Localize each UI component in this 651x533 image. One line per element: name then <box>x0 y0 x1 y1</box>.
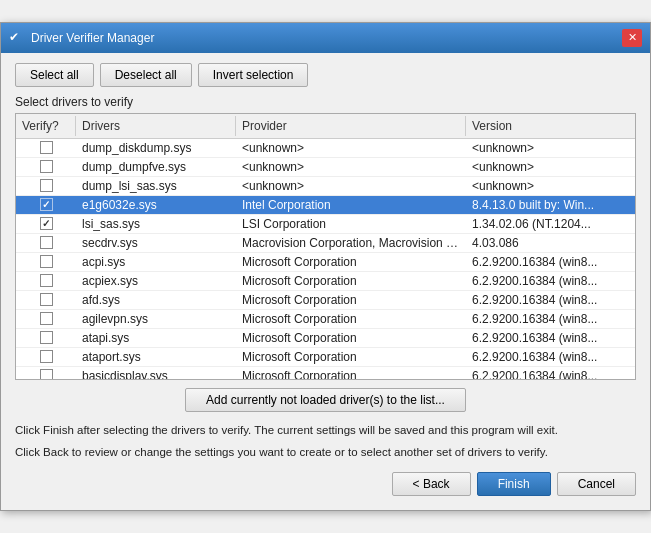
provider-cell: Microsoft Corporation <box>236 291 466 309</box>
checkbox[interactable] <box>40 160 53 173</box>
table-row[interactable]: dump_lsi_sas.sys<unknown><unknown> <box>16 177 635 196</box>
checkbox[interactable] <box>40 236 53 249</box>
checkbox[interactable] <box>40 217 53 230</box>
version-cell: 6.2.9200.16384 (win8... <box>466 310 635 328</box>
table-row[interactable]: dump_diskdump.sys<unknown><unknown> <box>16 139 635 158</box>
driver-name-cell: ataport.sys <box>76 348 236 366</box>
check-cell[interactable] <box>16 234 76 251</box>
version-cell: 6.2.9200.16384 (win8... <box>466 348 635 366</box>
provider-cell: Microsoft Corporation <box>236 253 466 271</box>
driver-name-cell: agilevpn.sys <box>76 310 236 328</box>
version-cell: 6.2.9200.16384 (win8... <box>466 253 635 271</box>
provider-cell: <unknown> <box>236 139 466 157</box>
invert-selection-button[interactable]: Invert selection <box>198 63 309 87</box>
check-cell[interactable] <box>16 348 76 365</box>
titlebar-left: ✔ Driver Verifier Manager <box>9 30 154 46</box>
checkbox[interactable] <box>40 141 53 154</box>
driver-name-cell: e1g6032e.sys <box>76 196 236 214</box>
checkbox[interactable] <box>40 312 53 325</box>
cancel-button[interactable]: Cancel <box>557 472 636 496</box>
checkbox[interactable] <box>40 179 53 192</box>
version-cell: 8.4.13.0 built by: Win... <box>466 196 635 214</box>
version-cell: <unknown> <box>466 139 635 157</box>
check-cell[interactable] <box>16 291 76 308</box>
provider-cell: Microsoft Corporation <box>236 310 466 328</box>
checkbox[interactable] <box>40 198 53 211</box>
version-cell: 6.2.9200.16384 (win8... <box>466 329 635 347</box>
toolbar-button-row: Select all Deselect all Invert selection <box>15 63 636 87</box>
driver-name-cell: lsi_sas.sys <box>76 215 236 233</box>
main-window: ✔ Driver Verifier Manager ✕ Select all D… <box>0 22 651 511</box>
version-cell: 1.34.02.06 (NT.1204... <box>466 215 635 233</box>
table-row[interactable]: acpiex.sysMicrosoft Corporation6.2.9200.… <box>16 272 635 291</box>
header-verify: Verify? <box>16 116 76 136</box>
back-button[interactable]: < Back <box>392 472 471 496</box>
header-version: Version <box>466 116 635 136</box>
provider-cell: Microsoft Corporation <box>236 329 466 347</box>
driver-name-cell: acpi.sys <box>76 253 236 271</box>
table-row[interactable]: acpi.sysMicrosoft Corporation6.2.9200.16… <box>16 253 635 272</box>
deselect-all-button[interactable]: Deselect all <box>100 63 192 87</box>
check-cell[interactable] <box>16 310 76 327</box>
table-row[interactable]: dump_dumpfve.sys<unknown><unknown> <box>16 158 635 177</box>
info-line1: Click Finish after selecting the drivers… <box>15 422 636 438</box>
table-header: Verify? Drivers Provider Version <box>16 114 635 139</box>
check-cell[interactable] <box>16 253 76 270</box>
check-cell[interactable] <box>16 158 76 175</box>
table-row[interactable]: agilevpn.sysMicrosoft Corporation6.2.920… <box>16 310 635 329</box>
provider-cell: Microsoft Corporation <box>236 272 466 290</box>
driver-name-cell: secdrv.sys <box>76 234 236 252</box>
table-row[interactable]: e1g6032e.sysIntel Corporation8.4.13.0 bu… <box>16 196 635 215</box>
check-cell[interactable] <box>16 272 76 289</box>
driver-name-cell: basicdisplay.sys <box>76 367 236 379</box>
table-row[interactable]: basicdisplay.sysMicrosoft Corporation6.2… <box>16 367 635 379</box>
footer-buttons: < Back Finish Cancel <box>15 472 636 496</box>
table-row[interactable]: ataport.sysMicrosoft Corporation6.2.9200… <box>16 348 635 367</box>
driver-name-cell: acpiex.sys <box>76 272 236 290</box>
table-row[interactable]: lsi_sas.sysLSI Corporation1.34.02.06 (NT… <box>16 215 635 234</box>
add-driver-button[interactable]: Add currently not loaded driver(s) to th… <box>185 388 466 412</box>
version-cell: 6.2.9200.16384 (win8... <box>466 272 635 290</box>
titlebar: ✔ Driver Verifier Manager ✕ <box>1 23 650 53</box>
check-cell[interactable] <box>16 329 76 346</box>
check-cell[interactable] <box>16 215 76 232</box>
checkbox[interactable] <box>40 350 53 363</box>
provider-cell: LSI Corporation <box>236 215 466 233</box>
checkbox[interactable] <box>40 255 53 268</box>
driver-name-cell: dump_dumpfve.sys <box>76 158 236 176</box>
version-cell: 4.03.086 <box>466 234 635 252</box>
check-cell[interactable] <box>16 367 76 379</box>
info-line2: Click Back to review or change the setti… <box>15 444 636 460</box>
version-cell: <unknown> <box>466 158 635 176</box>
provider-cell: <unknown> <box>236 177 466 195</box>
table-row[interactable]: afd.sysMicrosoft Corporation6.2.9200.163… <box>16 291 635 310</box>
driver-name-cell: dump_diskdump.sys <box>76 139 236 157</box>
provider-cell: <unknown> <box>236 158 466 176</box>
provider-cell: Microsoft Corporation <box>236 367 466 379</box>
checkbox[interactable] <box>40 274 53 287</box>
check-cell[interactable] <box>16 196 76 213</box>
check-cell[interactable] <box>16 177 76 194</box>
check-cell[interactable] <box>16 139 76 156</box>
section-label: Select drivers to verify <box>15 95 636 109</box>
version-cell: 6.2.9200.16384 (win8... <box>466 367 635 379</box>
finish-button[interactable]: Finish <box>477 472 551 496</box>
version-cell: 6.2.9200.16384 (win8... <box>466 291 635 309</box>
provider-cell: Microsoft Corporation <box>236 348 466 366</box>
close-button[interactable]: ✕ <box>622 29 642 47</box>
table-row[interactable]: atapi.sysMicrosoft Corporation6.2.9200.1… <box>16 329 635 348</box>
driver-table: Verify? Drivers Provider Version dump_di… <box>15 113 636 380</box>
checkbox[interactable] <box>40 293 53 306</box>
header-drivers: Drivers <box>76 116 236 136</box>
table-row[interactable]: secdrv.sysMacrovision Corporation, Macro… <box>16 234 635 253</box>
version-cell: <unknown> <box>466 177 635 195</box>
window-title: Driver Verifier Manager <box>31 31 154 45</box>
table-body: dump_diskdump.sys<unknown><unknown>dump_… <box>16 139 635 379</box>
provider-cell: Intel Corporation <box>236 196 466 214</box>
content-area: Select all Deselect all Invert selection… <box>1 53 650 510</box>
provider-cell: Macrovision Corporation, Macrovision Eur… <box>236 234 466 252</box>
add-driver-row: Add currently not loaded driver(s) to th… <box>15 388 636 412</box>
checkbox[interactable] <box>40 331 53 344</box>
checkbox[interactable] <box>40 369 53 379</box>
select-all-button[interactable]: Select all <box>15 63 94 87</box>
